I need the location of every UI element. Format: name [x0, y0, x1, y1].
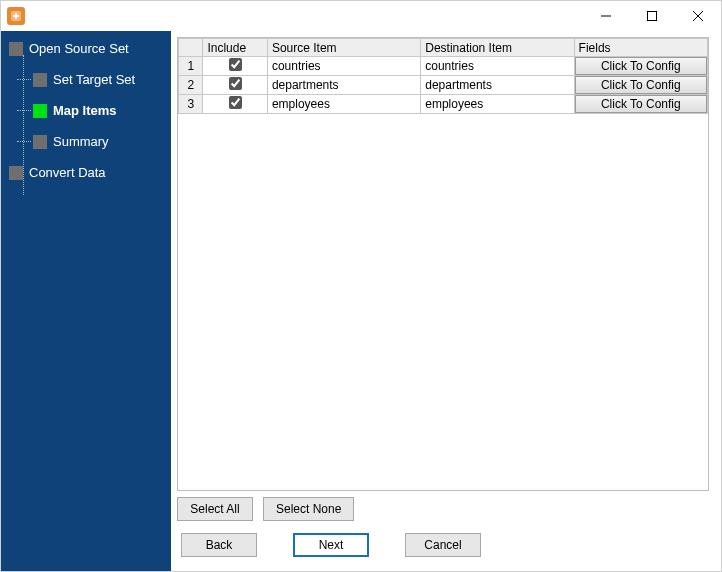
grid-header-row: Include Source Item Destination Item Fie… — [179, 39, 708, 57]
next-button[interactable]: Next — [293, 533, 369, 557]
include-cell — [203, 76, 267, 95]
step-icon — [9, 166, 23, 180]
maximize-button[interactable] — [629, 1, 675, 31]
wizard-step-label: Summary — [53, 134, 109, 149]
select-none-button[interactable]: Select None — [263, 497, 354, 521]
grid-empty-area — [177, 114, 709, 491]
wizard-step-label: Set Target Set — [53, 72, 135, 87]
config-fields-button[interactable]: Click To Config — [575, 95, 707, 113]
wizard-step-label: Convert Data — [29, 165, 106, 180]
table-row[interactable]: 3employeesemployeesClick To Config — [179, 95, 708, 114]
destination-item-cell[interactable]: employees — [421, 95, 574, 114]
titlebar — [1, 1, 721, 31]
include-checkbox[interactable] — [229, 96, 242, 109]
minimize-button[interactable] — [583, 1, 629, 31]
window-controls — [583, 1, 721, 31]
step-active-icon — [33, 104, 47, 118]
include-checkbox[interactable] — [229, 77, 242, 90]
grid-header-dest[interactable]: Destination Item — [421, 39, 574, 57]
app-icon — [7, 7, 25, 25]
minimize-icon — [601, 11, 611, 21]
grid-header-source[interactable]: Source Item — [267, 39, 420, 57]
config-fields-button[interactable]: Click To Config — [575, 76, 707, 94]
step-icon — [33, 73, 47, 87]
grid-header-fields[interactable]: Fields — [574, 39, 707, 57]
wizard-nav-buttons: Back Next Cancel — [177, 527, 709, 559]
step-icon — [33, 135, 47, 149]
select-all-button[interactable]: Select All — [177, 497, 253, 521]
wizard-step-item[interactable]: Set Target Set — [33, 72, 171, 87]
row-number: 1 — [179, 57, 203, 76]
destination-item-cell[interactable]: departments — [421, 76, 574, 95]
cancel-button[interactable]: Cancel — [405, 533, 481, 557]
grid-body: 1countriescountriesClick To Config2depar… — [179, 57, 708, 114]
main-panel: Include Source Item Destination Item Fie… — [171, 31, 721, 571]
wizard-step-item[interactable]: Map Items — [33, 103, 171, 118]
close-icon — [693, 11, 703, 21]
content: Open Source SetSet Target SetMap ItemsSu… — [1, 31, 721, 571]
fields-cell: Click To Config — [574, 57, 707, 76]
selection-toolbar: Select All Select None — [177, 491, 709, 527]
app-window: Open Source SetSet Target SetMap ItemsSu… — [0, 0, 722, 572]
wizard-step-label: Open Source Set — [29, 41, 129, 56]
wizard-step-item[interactable]: Summary — [33, 134, 171, 149]
svg-rect-2 — [648, 12, 657, 21]
table-row[interactable]: 1countriescountriesClick To Config — [179, 57, 708, 76]
config-fields-button[interactable]: Click To Config — [575, 57, 707, 75]
source-item-cell[interactable]: employees — [267, 95, 420, 114]
back-button[interactable]: Back — [181, 533, 257, 557]
wizard-sidebar: Open Source SetSet Target SetMap ItemsSu… — [1, 31, 171, 571]
destination-item-cell[interactable]: countries — [421, 57, 574, 76]
fields-cell: Click To Config — [574, 95, 707, 114]
step-icon — [9, 42, 23, 56]
row-number: 3 — [179, 95, 203, 114]
maximize-icon — [647, 11, 657, 21]
wizard-step-item[interactable]: Convert Data — [9, 165, 171, 180]
wizard-step-label: Map Items — [53, 103, 117, 118]
source-item-cell[interactable]: departments — [267, 76, 420, 95]
table-row[interactable]: 2departmentsdepartmentsClick To Config — [179, 76, 708, 95]
source-item-cell[interactable]: countries — [267, 57, 420, 76]
mapping-grid: Include Source Item Destination Item Fie… — [178, 38, 708, 114]
mapping-grid-container: Include Source Item Destination Item Fie… — [177, 37, 709, 114]
include-cell — [203, 95, 267, 114]
fields-cell: Click To Config — [574, 76, 707, 95]
include-checkbox[interactable] — [229, 58, 242, 71]
wizard-step-item[interactable]: Open Source Set — [9, 41, 171, 56]
include-cell — [203, 57, 267, 76]
close-button[interactable] — [675, 1, 721, 31]
grid-header-include[interactable]: Include — [203, 39, 267, 57]
wizard-steps-tree: Open Source SetSet Target SetMap ItemsSu… — [9, 41, 171, 180]
row-number: 2 — [179, 76, 203, 95]
grid-header-corner — [179, 39, 203, 57]
